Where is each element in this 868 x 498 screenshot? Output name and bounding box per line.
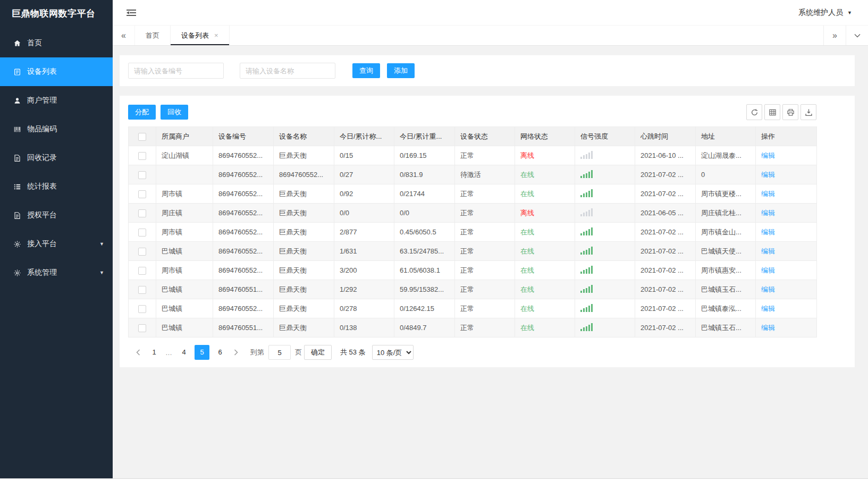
cell-action: 编辑 [756, 223, 817, 242]
add-button[interactable]: 添加 [387, 63, 415, 78]
cell-today-count: 0/278 [334, 299, 394, 318]
signal-strength-icon [580, 266, 593, 274]
chevron-down-icon: ▼ [99, 241, 104, 247]
next-page-button[interactable] [229, 349, 243, 356]
row-checkbox[interactable] [138, 305, 146, 313]
select-all-checkbox[interactable] [138, 133, 146, 141]
page-button-1[interactable]: 1 [147, 345, 162, 360]
cell-heartbeat: 2021-07-02 ... [635, 242, 696, 261]
table-row: 巴城镇8694760551...巨鼎天衡0/1380/4849.7正常在线202… [129, 318, 817, 337]
tab-close-icon[interactable]: × [214, 31, 218, 39]
chevron-down-icon [854, 33, 861, 38]
page-button-5[interactable]: 5 [195, 345, 209, 360]
allocate-button[interactable]: 分配 [128, 105, 156, 120]
cell-merchant: 周庄镇 [156, 204, 213, 223]
cell-signal [575, 318, 635, 337]
device-no-input[interactable] [128, 63, 224, 79]
cell-today-count: 0/27 [334, 165, 394, 184]
row-checkbox[interactable] [138, 209, 146, 217]
signal-strength-icon [580, 247, 593, 255]
tabs-scroll-left-button[interactable]: « [113, 26, 135, 45]
cell-heartbeat: 2021-07-02 ... [635, 318, 696, 337]
doc-icon [13, 211, 21, 220]
row-checkbox[interactable] [138, 152, 146, 160]
sidebar-item-home[interactable]: 首页 [0, 29, 113, 57]
row-checkbox[interactable] [138, 267, 146, 275]
page-button-6[interactable]: 6 [213, 345, 227, 360]
cell-today-weight: 0/0 [394, 204, 455, 223]
sidebar-item-merchant-management[interactable]: 商户管理 [0, 86, 113, 115]
cell-device-status: 正常 [455, 242, 515, 261]
row-checkbox[interactable] [138, 171, 146, 179]
list-icon [13, 67, 21, 76]
edit-link[interactable]: 编辑 [761, 228, 775, 236]
edit-link[interactable]: 编辑 [761, 324, 775, 332]
edit-link[interactable]: 编辑 [761, 151, 775, 159]
tabs-menu-button[interactable] [846, 26, 868, 45]
refresh-icon [751, 108, 759, 116]
row-checkbox[interactable] [138, 324, 146, 332]
cell-signal [575, 146, 635, 165]
sidebar-item-recycle-records[interactable]: 回收记录 [0, 144, 113, 172]
cell-device-status: 正常 [455, 280, 515, 299]
sidebar-item-system-management[interactable]: 系统管理 ▼ [0, 258, 113, 287]
sidebar-item-item-code[interactable]: 物品编码 [0, 115, 113, 144]
cell-merchant: 巴城镇 [156, 299, 213, 318]
cell-heartbeat: 2021-06-10 ... [635, 146, 696, 165]
cell-device-status: 正常 [455, 146, 515, 165]
row-checkbox-cell [129, 184, 156, 204]
cell-action: 编辑 [756, 165, 817, 184]
edit-link[interactable]: 编辑 [761, 190, 775, 198]
edit-link[interactable]: 编辑 [761, 209, 775, 217]
page-size-select[interactable]: 10 条/页 [372, 345, 414, 360]
column-header-heartbeat: 心跳时间 [635, 127, 696, 146]
column-header-network-status: 网络状态 [515, 127, 575, 146]
sidebar-item-label: 授权平台 [27, 210, 57, 220]
signal-strength-icon [580, 304, 593, 312]
row-checkbox[interactable] [138, 286, 146, 294]
edit-link[interactable]: 编辑 [761, 171, 775, 179]
cell-merchant: 周市镇 [156, 184, 213, 204]
refresh-button[interactable] [746, 104, 762, 120]
tabs-scroll-right-button[interactable]: » [823, 26, 846, 45]
row-checkbox[interactable] [138, 190, 146, 198]
table-row: 淀山湖镇8694760552...巨鼎天衡0/150/169.15正常离线202… [129, 146, 817, 165]
columns-button[interactable] [764, 104, 780, 120]
cell-device-status: 正常 [455, 204, 515, 223]
sidebar-item-statistics-report[interactable]: 统计报表 [0, 172, 113, 201]
table-row: 巴城镇8694760551...巨鼎天衡1/29259.95/15382...正… [129, 280, 817, 299]
cell-device-name: 巨鼎天衡 [274, 223, 334, 242]
edit-link[interactable]: 编辑 [761, 247, 775, 255]
device-name-input[interactable] [240, 63, 335, 79]
search-panel: 查询 添加 [120, 55, 855, 86]
page-button-4[interactable]: 4 [176, 345, 191, 360]
prev-page-button[interactable] [131, 349, 145, 356]
grid-icon [769, 108, 777, 116]
sidebar-item-device-list[interactable]: 设备列表 [0, 57, 113, 86]
row-checkbox[interactable] [138, 248, 146, 256]
table-row: 周市镇8694760552...巨鼎天衡3/20061.05/6038.1正常在… [129, 261, 817, 280]
cell-merchant: 巴城镇 [156, 280, 213, 299]
tab-home[interactable]: 首页 [135, 26, 171, 45]
row-checkbox[interactable] [138, 229, 146, 237]
sidebar-item-access-platform[interactable]: 接入平台 ▼ [0, 230, 113, 258]
tab-label: 首页 [146, 31, 159, 40]
sidebar-collapse-button[interactable] [127, 9, 136, 16]
page-jump-input[interactable] [268, 345, 291, 360]
print-button[interactable] [782, 104, 798, 120]
sidebar-item-authorization-platform[interactable]: 授权平台 [0, 201, 113, 230]
cell-device-no: 8694760552... [213, 242, 274, 261]
query-button[interactable]: 查询 [352, 63, 380, 78]
confirm-button[interactable]: 确定 [304, 345, 332, 360]
tab-device-list[interactable]: 设备列表 × [171, 26, 230, 45]
user-menu[interactable]: 系统维护人员 ▼ [798, 8, 852, 18]
edit-link[interactable]: 编辑 [761, 266, 775, 274]
recycle-button[interactable]: 回收 [161, 105, 188, 120]
cell-device-name: 巨鼎天衡 [274, 146, 334, 165]
export-icon [805, 108, 813, 116]
edit-link[interactable]: 编辑 [761, 305, 775, 313]
export-button[interactable] [800, 104, 816, 120]
cell-today-weight: 0.45/6050.5 [394, 223, 455, 242]
edit-link[interactable]: 编辑 [761, 285, 775, 293]
row-checkbox-cell [129, 261, 156, 280]
